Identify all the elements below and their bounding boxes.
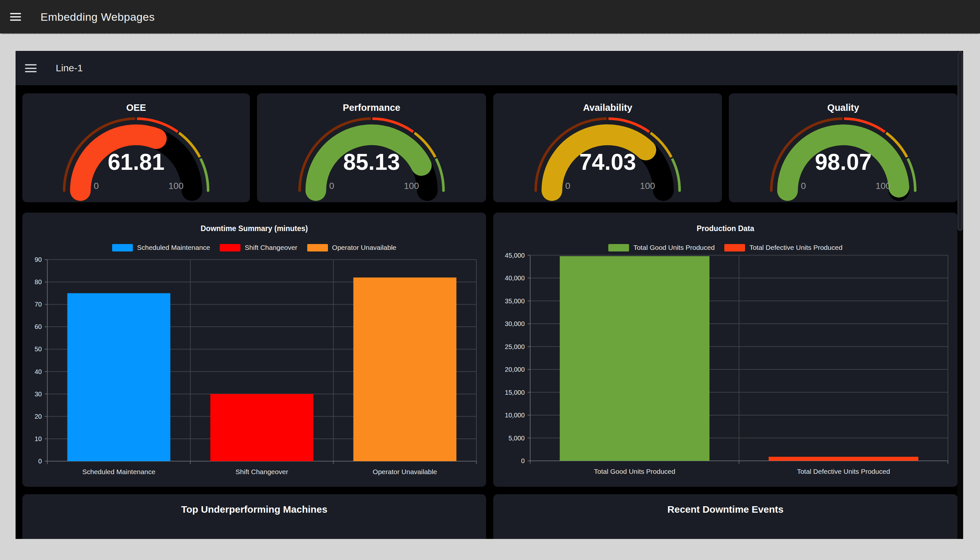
axis-label: 10 — [35, 435, 42, 442]
legend-swatch-icon — [608, 244, 629, 252]
dashboard-menu-icon[interactable] — [25, 64, 37, 72]
gauge-ring-tip — [207, 189, 209, 192]
axis-label: 0 — [521, 457, 525, 464]
axis-label: 30 — [35, 390, 42, 398]
scrollbar-track[interactable] — [957, 51, 963, 539]
axis-label: 50 — [35, 345, 42, 353]
legend-item[interactable]: Operator Unavailable — [307, 244, 396, 252]
bar[interactable] — [210, 394, 313, 461]
legend-swatch-icon — [220, 244, 240, 252]
axis-label: 80 — [35, 278, 42, 285]
category-label: Operator Unavailable — [373, 468, 437, 475]
axis-label: 0 — [38, 458, 42, 465]
legend-item[interactable]: Total Good Units Produced — [608, 244, 715, 252]
category-label: Total Defective Units Produced — [797, 468, 890, 475]
legend-label: Shift Changeover — [245, 244, 297, 252]
bar[interactable] — [353, 277, 456, 461]
gauge-value: 85.13 — [257, 149, 486, 176]
legend-label: Scheduled Maintenance — [137, 244, 210, 252]
category-label: Shift Changeover — [236, 468, 288, 475]
gauge-max-label: 100 — [625, 181, 670, 191]
embedded-dashboard: Line-1 OEE 61.81 0 100 Performance 85.13… — [15, 51, 963, 539]
gauge-card-performance: Performance 85.13 0 100 — [257, 93, 486, 202]
gauge-ring-tip — [534, 189, 537, 192]
legend-swatch-icon — [112, 244, 133, 252]
gauge-max-label: 100 — [153, 181, 199, 191]
gauge-min-label: 0 — [309, 181, 355, 191]
legend-swatch-icon — [724, 244, 745, 252]
panel-title: Recent Downtime Events — [493, 504, 958, 515]
gauge-ring-tip — [442, 189, 445, 192]
bar[interactable] — [560, 256, 709, 461]
chart-title: Production Data — [493, 224, 958, 233]
gauge-ring-tip — [770, 189, 773, 192]
legend-swatch-icon — [307, 244, 328, 252]
downtime-bar-chart[interactable]: 0102030405060708090Scheduled Maintenance… — [22, 213, 486, 487]
gauge-min-label: 0 — [73, 181, 119, 191]
bar[interactable] — [769, 457, 918, 461]
gauge-max-label: 100 — [860, 181, 906, 191]
production-data-card: 05,00010,00015,00020,00025,00030,00035,0… — [493, 213, 958, 487]
axis-label: 20,000 — [505, 366, 525, 373]
gauge-value: 61.81 — [22, 149, 250, 176]
gauge-title: Availability — [493, 102, 722, 113]
axis-label: 40,000 — [505, 275, 525, 282]
gauge-title: Quality — [729, 102, 958, 113]
app-title: Embedding Webpages — [40, 0, 155, 34]
downtime-summary-card: 0102030405060708090Scheduled Maintenance… — [22, 213, 486, 487]
gauge-value: 74.03 — [493, 149, 722, 176]
bar[interactable] — [67, 293, 170, 461]
gauge-title: OEE — [22, 102, 250, 113]
axis-label: 5,000 — [508, 435, 525, 442]
legend-label: Total Good Units Produced — [633, 244, 715, 252]
scrollbar-thumb[interactable] — [958, 51, 962, 231]
legend-label: Operator Unavailable — [332, 244, 396, 252]
gauge-value: 98.07 — [729, 149, 958, 176]
gauge-max-label: 100 — [389, 181, 434, 191]
gauge-ring-tip — [914, 189, 917, 192]
axis-label: 35,000 — [505, 298, 525, 305]
gauge-min-label: 0 — [545, 181, 590, 191]
app-menu-icon[interactable] — [10, 13, 21, 21]
production-bar-chart[interactable]: 05,00010,00015,00020,00025,00030,00035,0… — [493, 213, 958, 487]
app-bar: Embedding Webpages — [0, 0, 980, 34]
category-label: Total Good Units Produced — [594, 468, 675, 475]
dashboard-header: Line-1 — [15, 51, 963, 85]
axis-label: 15,000 — [505, 389, 525, 396]
gauge-card-quality: Quality 98.07 0 100 — [729, 93, 958, 202]
axis-label: 90 — [35, 256, 42, 263]
legend-item[interactable]: Scheduled Maintenance — [112, 244, 210, 252]
gauge-ring-tip — [678, 189, 681, 192]
legend-item[interactable]: Shift Changeover — [220, 244, 297, 252]
screen: Embedding Webpages Line-1 OEE 61.81 0 10… — [0, 0, 980, 560]
top-underperforming-machines-card: Top Underperforming Machines — [22, 494, 486, 539]
dashboard-title: Line-1 — [56, 51, 83, 85]
gauge-min-label: 0 — [781, 181, 826, 191]
legend-item[interactable]: Total Defective Units Produced — [724, 244, 842, 252]
legend-label: Total Defective Units Produced — [749, 244, 842, 252]
axis-label: 25,000 — [505, 343, 525, 350]
gauge-card-availability: Availability 74.03 0 100 — [493, 93, 722, 202]
gauge-card-oee: OEE 61.81 0 100 — [22, 93, 250, 202]
axis-label: 20 — [35, 413, 42, 420]
axis-label: 30,000 — [505, 320, 525, 327]
axis-label: 10,000 — [505, 412, 525, 419]
axis-label: 70 — [35, 301, 42, 308]
recent-downtime-events-card: Recent Downtime Events — [493, 494, 958, 539]
gauge-ring-tip — [298, 189, 301, 192]
panel-title: Top Underperforming Machines — [22, 504, 486, 515]
chart-legend: Scheduled MaintenanceShift ChangeoverOpe… — [22, 242, 486, 253]
axis-label: 40 — [35, 368, 42, 375]
gauge-title: Performance — [257, 102, 486, 113]
gauge-ring-tip — [63, 189, 65, 192]
category-label: Scheduled Maintenance — [82, 468, 155, 475]
axis-label: 60 — [35, 323, 42, 330]
chart-legend: Total Good Units ProducedTotal Defective… — [493, 242, 958, 253]
chart-title: Downtime Summary (minutes) — [22, 224, 486, 233]
